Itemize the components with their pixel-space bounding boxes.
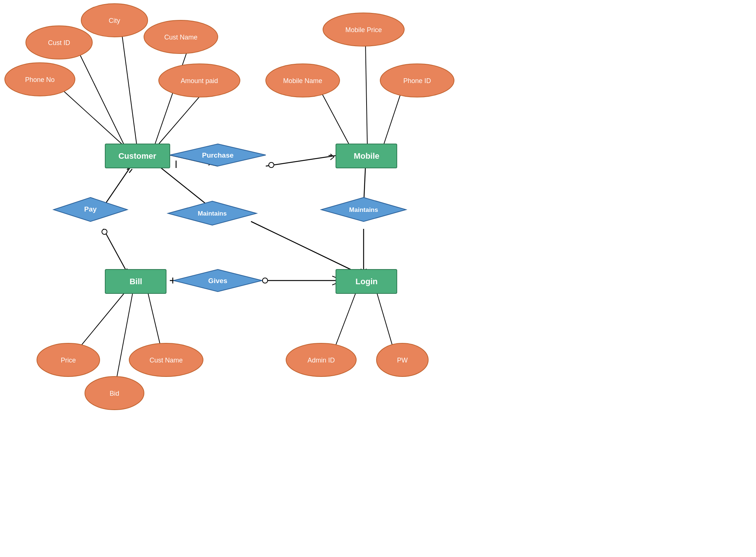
entity-login-label: Login xyxy=(355,277,378,286)
relationship-pay-label: Pay xyxy=(84,205,97,213)
relationship-maintains-left-label: Maintains xyxy=(198,210,227,217)
attribute-mobile-price-label: Mobile Price xyxy=(345,26,382,34)
attribute-admin-id-label: Admin ID xyxy=(307,357,335,364)
entity-bill-label: Bill xyxy=(130,277,142,286)
attribute-price-label: Price xyxy=(61,357,76,364)
svg-point-12 xyxy=(262,278,268,283)
attribute-cust-id-label: Cust ID xyxy=(48,39,70,47)
attribute-cust-name-label: Cust Name xyxy=(164,34,197,41)
er-diagram: Customer Mobile Bill Login Purchase Pay … xyxy=(0,0,756,557)
attribute-city-label: City xyxy=(109,17,120,24)
entity-mobile-label: Mobile xyxy=(354,151,379,161)
relationship-gives-label: Gives xyxy=(208,277,227,285)
attribute-amount-paid-label: Amount paid xyxy=(181,77,218,85)
entity-customer-label: Customer xyxy=(118,151,157,161)
relationship-maintains-right-label: Maintains xyxy=(349,206,378,213)
attribute-bid-label: Bid xyxy=(110,390,119,397)
attribute-pw-label: PW xyxy=(397,357,408,364)
attribute-phone-no-label: Phone No xyxy=(25,76,55,83)
attribute-cust-name-bill-label: Cust Name xyxy=(150,357,183,364)
svg-point-3 xyxy=(269,162,274,168)
svg-point-9 xyxy=(102,229,107,234)
attribute-phone-id-label: Phone ID xyxy=(403,77,431,85)
relationship-purchase-label: Purchase xyxy=(202,151,234,159)
attribute-mobile-name-label: Mobile Name xyxy=(283,77,322,85)
